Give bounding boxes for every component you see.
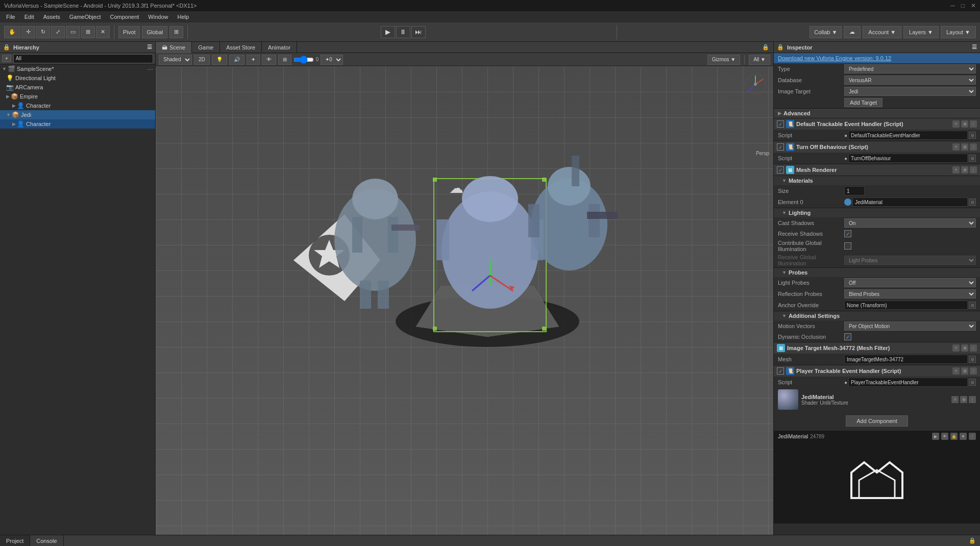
database-select[interactable]: VersusAR (844, 76, 976, 85)
hier-item-dirlight[interactable]: 💡 Directional Light (0, 73, 155, 83)
rect-tool[interactable]: ▭ (66, 26, 80, 38)
contribute-gi-check[interactable] (844, 242, 851, 250)
mat-more[interactable]: ⋮ (969, 396, 976, 403)
comp-more-1[interactable]: ⋮ (970, 120, 977, 128)
all-layers-btn[interactable]: All ▼ (749, 55, 770, 65)
tab-project[interactable]: Project (0, 535, 30, 546)
comp-settings-mf[interactable]: ⚙ (961, 344, 968, 352)
comp-settings-2[interactable]: ⚙ (961, 143, 968, 151)
tab-game[interactable]: Game (192, 42, 220, 53)
comp-checkbox-1[interactable] (777, 120, 784, 128)
lighting-btn[interactable]: 💡 (212, 55, 227, 65)
gizmos-btn[interactable]: Gizmos ▼ (707, 55, 741, 65)
tab-assetstore[interactable]: Asset Store (220, 42, 262, 53)
mat-help[interactable]: ? (951, 396, 959, 403)
hier-add-btn[interactable]: + (2, 55, 11, 62)
fx-btn[interactable]: ✦ (247, 55, 260, 65)
pivot-btn[interactable]: Pivot (118, 26, 140, 38)
comp-checkbox-3[interactable] (777, 166, 784, 173)
custom-tool[interactable]: ✕ (96, 26, 110, 38)
comp-help-mf[interactable]: ? (952, 344, 960, 352)
dynamic-occlusion-check[interactable] (844, 333, 851, 340)
tab-console[interactable]: Console (30, 535, 63, 546)
mesh-input[interactable] (844, 355, 968, 364)
menu-gameobject[interactable]: GameObject (65, 13, 105, 21)
maximize-btn[interactable]: □ (961, 2, 965, 9)
menu-window[interactable]: Window (144, 13, 172, 21)
add-target-btn[interactable]: Add Target (844, 98, 883, 107)
advanced-section[interactable]: ▶ Advanced (774, 108, 980, 118)
hier-item-jedi[interactable]: ▼ 📦 Jedi (0, 110, 155, 119)
anchor-override-input[interactable] (844, 301, 968, 310)
menu-file[interactable]: File (2, 13, 19, 21)
hier-item-char1[interactable]: ▶ 👤 Character ··· (0, 101, 155, 110)
layers-btn[interactable]: Layers ▼ (903, 26, 939, 38)
proj-lock-icon[interactable]: 🔒 (965, 537, 980, 544)
materials-section[interactable]: ▼ Materials (774, 176, 980, 185)
mat-lock[interactable]: 🔒 (950, 433, 958, 440)
comp-help-3[interactable]: ? (952, 166, 960, 173)
comp-help-1[interactable]: ? (952, 120, 960, 128)
grid-scene-btn[interactable]: ⊞ (278, 55, 291, 65)
scene-fov-select[interactable]: ✦0 (321, 55, 343, 65)
hierarchy-search[interactable] (13, 54, 153, 63)
comp-settings-pt[interactable]: ⚙ (961, 367, 968, 375)
element0-pick[interactable]: ⊙ (969, 198, 976, 206)
global-btn[interactable]: Global (142, 26, 167, 38)
collab-btn[interactable]: Collab ▼ (810, 26, 842, 38)
hier-item-samplescene[interactable]: ▼ 🎬 SampleScene* ··· (0, 64, 155, 73)
comp-more-mf[interactable]: ⋮ (970, 344, 977, 352)
grid-btn[interactable]: ⊞ (169, 26, 183, 38)
receive-gi-select[interactable]: Light Probes (844, 256, 976, 265)
script-pick-1[interactable]: ⊙ (969, 132, 976, 139)
minimize-btn[interactable]: ─ (950, 2, 955, 9)
hand-tool[interactable]: ✋ (4, 26, 20, 38)
size-input[interactable] (844, 186, 865, 195)
inspector-menu-icon[interactable]: ☰ (972, 44, 977, 51)
play-btn[interactable]: ▶ (381, 26, 395, 38)
hier-item-arcamera[interactable]: 📷 ARCamera (0, 83, 155, 92)
lighting-section[interactable]: ▼ Lighting (774, 208, 980, 217)
comp-help-2[interactable]: ? (952, 143, 960, 151)
light-probes-select[interactable]: Off (844, 278, 976, 287)
receive-shadows-check[interactable] (844, 230, 851, 237)
mat-play[interactable]: ▶ (932, 433, 939, 440)
hidden-btn[interactable]: 👁 (262, 55, 276, 65)
menu-help[interactable]: Help (173, 13, 193, 21)
scene-maximize-btn[interactable]: 🔒 (758, 44, 773, 51)
close-btn[interactable]: ✕ (971, 2, 976, 9)
hierarchy-menu-icon[interactable]: ☰ (147, 44, 152, 51)
tab-animator[interactable]: Animator (262, 42, 297, 53)
step-btn[interactable]: ⏭ (411, 26, 426, 38)
cloud-btn[interactable]: ☁ (844, 26, 861, 38)
image-target-select[interactable]: Jedi (844, 87, 976, 96)
tab-scene[interactable]: 🏔 Scene (156, 42, 192, 53)
layout-btn[interactable]: Layout ▼ (941, 26, 976, 38)
pause-btn[interactable]: ⏸ (396, 26, 410, 38)
scene-viewport[interactable]: ☁ Persp (156, 66, 773, 535)
reflection-probes-select[interactable]: Blend Probes (844, 289, 976, 299)
vuforia-banner[interactable]: Download new Vuforia Engine version: 9.0… (774, 53, 980, 63)
script-input-1[interactable] (848, 131, 968, 140)
cast-shadows-select[interactable]: On (844, 218, 976, 228)
additional-section[interactable]: ▼ Additional Settings (774, 311, 980, 320)
script-input-pt[interactable] (848, 378, 968, 387)
mesh-pick[interactable]: ⊙ (969, 356, 976, 363)
mat-eye[interactable]: 👁 (941, 433, 948, 440)
comp-help-pt[interactable]: ? (952, 367, 960, 375)
menu-edit[interactable]: Edit (20, 13, 38, 21)
scene-slider[interactable] (293, 56, 314, 64)
audio-btn[interactable]: 🔊 (229, 55, 244, 65)
account-btn[interactable]: Account ▼ (863, 26, 901, 38)
comp-settings-3[interactable]: ⚙ (961, 166, 968, 173)
probes-section[interactable]: ▼ Probes (774, 267, 980, 277)
mat-more2[interactable]: ⋮ (969, 433, 976, 440)
add-component-btn[interactable]: Add Component (846, 415, 908, 427)
script-pick-2[interactable]: ⊙ (969, 155, 976, 162)
comp-checkbox-2[interactable] (777, 143, 784, 151)
mat-dropdown[interactable]: ▼ (960, 433, 967, 440)
anchor-pick[interactable]: ⊙ (969, 302, 976, 309)
motion-vectors-select[interactable]: Per Object Motion (844, 321, 976, 331)
script-pick-pt[interactable]: ⊙ (969, 379, 976, 386)
persp-label[interactable]: Persp (756, 151, 769, 156)
